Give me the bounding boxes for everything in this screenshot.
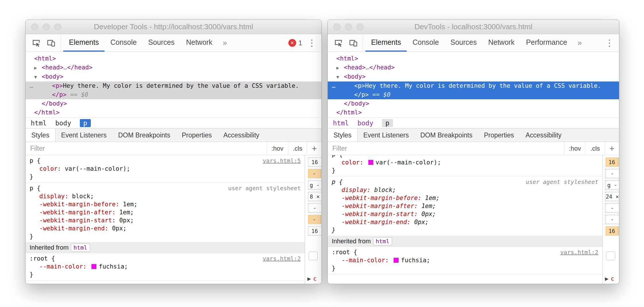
- more-panels-chevron-icon[interactable]: »: [573, 34, 586, 52]
- selected-node-line-1[interactable]: <p>Hey there. My color is determined by …: [354, 81, 619, 90]
- inherited-html-tag-chip[interactable]: html: [71, 244, 90, 252]
- dom-node-head[interactable]: ▶<head>…</head>: [328, 63, 619, 72]
- collapse-arrow-icon[interactable]: ▼: [34, 73, 42, 81]
- dom-node-body-open[interactable]: ▼<body>: [328, 72, 619, 81]
- css-declaration[interactable]: display: block;: [30, 192, 301, 200]
- color-swatch-fuchsia[interactable]: [368, 160, 373, 165]
- css-rule-p-user-agent[interactable]: p { user agent stylesheet display: block…: [26, 183, 305, 242]
- css-selector[interactable]: p {: [30, 157, 41, 165]
- titlebar[interactable]: Developer Tools - http://localhost:3000/…: [26, 20, 321, 34]
- minimize-button[interactable]: [43, 24, 50, 30]
- tab-elements[interactable]: Elements: [63, 34, 105, 52]
- css-selector[interactable]: :root {: [332, 248, 357, 256]
- breadcrumb-p-selected[interactable]: p: [80, 119, 91, 127]
- stylesheet-link[interactable]: vars.html:5: [263, 157, 301, 165]
- error-badge[interactable]: ✕ 1: [288, 39, 302, 47]
- css-selector[interactable]: p {: [332, 155, 343, 158]
- minimize-button[interactable]: [345, 24, 352, 30]
- zoom-button[interactable]: [356, 24, 363, 30]
- breadcrumb-body[interactable]: body: [357, 119, 373, 127]
- inherited-html-tag-chip[interactable]: html: [373, 237, 392, 245]
- dom-node-html-open[interactable]: <html>: [26, 54, 321, 63]
- css-selector[interactable]: p {: [30, 184, 41, 192]
- device-toolbar-icon[interactable]: [45, 37, 57, 49]
- css-declaration[interactable]: color: var(--main-color);: [332, 158, 598, 166]
- element-classes-button[interactable]: .cls: [585, 142, 604, 155]
- new-style-rule-button[interactable]: +: [307, 142, 321, 155]
- css-selector[interactable]: :root {: [30, 254, 55, 263]
- css-declaration[interactable]: -webkit-margin-after: 1em;: [332, 202, 598, 210]
- collapsed-content-ellipsis[interactable]: …: [63, 64, 67, 71]
- tab-network[interactable]: Network: [180, 34, 218, 52]
- tab-sources[interactable]: Sources: [445, 34, 483, 52]
- dom-node-html-close[interactable]: </html>: [26, 108, 321, 117]
- filter-input[interactable]: [328, 142, 564, 155]
- collapsed-content-ellipsis[interactable]: …: [366, 64, 369, 71]
- tab-accessibility[interactable]: Accessibility: [520, 129, 567, 142]
- overflow-marker[interactable]: …: [332, 81, 336, 90]
- css-declaration[interactable]: -webkit-margin-end: 0px;: [30, 224, 301, 232]
- selected-node-line-2[interactable]: </p> == $0: [52, 90, 321, 99]
- css-declaration[interactable]: -webkit-margin-start: 0px;: [332, 210, 598, 218]
- overflow-marker[interactable]: …: [30, 81, 33, 90]
- filter-input[interactable]: [26, 142, 267, 155]
- tab-styles[interactable]: Styles: [328, 129, 358, 142]
- expander-arrow-icon[interactable]: ▶: [605, 276, 608, 281]
- color-swatch-fuchsia[interactable]: [394, 258, 399, 263]
- tab-console[interactable]: Console: [105, 34, 142, 52]
- inspect-element-icon[interactable]: [332, 37, 344, 49]
- more-panels-chevron-icon[interactable]: »: [218, 34, 232, 52]
- selected-node-line-2[interactable]: </p> == $0: [354, 90, 619, 99]
- breadcrumb-p-selected[interactable]: p: [382, 119, 393, 127]
- tab-performance[interactable]: Performance: [520, 34, 573, 52]
- tab-dom-breakpoints[interactable]: DOM Breakpoints: [414, 129, 478, 142]
- hover-state-button[interactable]: :hov: [564, 142, 586, 155]
- stylesheet-link[interactable]: vars.html:2: [263, 254, 301, 263]
- dom-node-body-close[interactable]: </body>: [26, 99, 321, 108]
- css-declaration[interactable]: -webkit-margin-before: 1em;: [332, 194, 598, 202]
- breadcrumb-body[interactable]: body: [55, 119, 71, 127]
- close-button[interactable]: [333, 24, 340, 30]
- css-declaration[interactable]: --main-color: fuchsia;: [30, 263, 301, 271]
- tab-sources[interactable]: Sources: [142, 34, 180, 52]
- tab-properties[interactable]: Properties: [478, 129, 520, 142]
- inspect-element-icon[interactable]: [30, 37, 42, 49]
- tab-network[interactable]: Network: [483, 34, 520, 52]
- css-rule-p-authored[interactable]: p { vars.html:5 color: var(--main-color)…: [26, 155, 305, 183]
- css-declaration[interactable]: color: var(--main-color);: [30, 165, 301, 173]
- dom-node-head[interactable]: ▶<head>…</head>: [26, 63, 321, 72]
- dom-node-p-selected[interactable]: … <p>Hey there. My color is determined b…: [26, 81, 321, 99]
- expand-arrow-icon[interactable]: ▶: [34, 63, 42, 72]
- tab-accessibility[interactable]: Accessibility: [218, 129, 265, 142]
- element-classes-button[interactable]: .cls: [288, 142, 307, 155]
- css-rule-p-authored-scrolled[interactable]: p { color: var(--main-color); }: [328, 155, 602, 176]
- tab-elements[interactable]: Elements: [365, 34, 407, 52]
- css-rule-root[interactable]: :root { vars.html:2 --main-color: fuchsi…: [328, 247, 602, 274]
- color-swatch-fuchsia[interactable]: [91, 264, 97, 269]
- dom-node-p-selected[interactable]: … <p>Hey there. My color is determined b…: [328, 81, 619, 99]
- stylesheet-link[interactable]: vars.html:2: [560, 248, 598, 256]
- selected-node-line-1[interactable]: <p>Hey there. My color is determined by …: [52, 81, 321, 90]
- tab-properties[interactable]: Properties: [176, 129, 218, 142]
- dom-node-body-close[interactable]: </body>: [328, 99, 619, 108]
- new-style-rule-button[interactable]: +: [604, 142, 619, 155]
- css-declaration[interactable]: --main-color: fuchsia;: [332, 256, 598, 264]
- css-declaration[interactable]: display: block;: [332, 186, 598, 194]
- tab-console[interactable]: Console: [407, 34, 445, 52]
- collapse-arrow-icon[interactable]: ▼: [336, 73, 344, 81]
- dom-node-html-close[interactable]: </html>: [328, 108, 619, 117]
- dom-node-body-open[interactable]: ▼<body>: [26, 72, 321, 81]
- close-button[interactable]: [31, 24, 38, 30]
- breadcrumb-html[interactable]: html: [31, 119, 47, 127]
- hover-state-button[interactable]: :hov: [267, 142, 288, 155]
- device-toolbar-icon[interactable]: [347, 37, 359, 49]
- kebab-menu-icon[interactable]: ⋮: [605, 38, 614, 48]
- tab-styles[interactable]: Styles: [26, 129, 55, 142]
- css-selector[interactable]: p {: [332, 178, 343, 186]
- css-declaration[interactable]: -webkit-margin-start: 0px;: [30, 216, 301, 224]
- css-declaration[interactable]: -webkit-margin-before: 1em;: [30, 200, 301, 208]
- expander-arrow-icon[interactable]: ▶: [307, 276, 311, 281]
- css-declaration[interactable]: -webkit-margin-after: 1em;: [30, 208, 301, 216]
- css-rule-p-user-agent[interactable]: p { user agent stylesheet display: block…: [328, 176, 602, 236]
- css-declaration[interactable]: -webkit-margin-end: 0px;: [332, 218, 598, 226]
